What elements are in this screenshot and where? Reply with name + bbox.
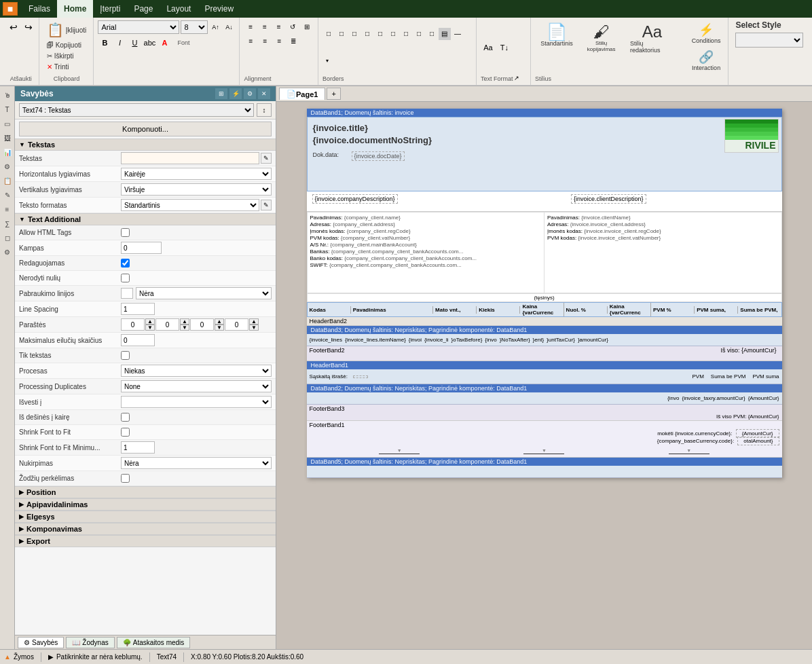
side-icon-3[interactable]: ▭ <box>1 117 14 130</box>
paste-button[interactable]: 📋 Įklijuoti <box>44 20 90 39</box>
border-line-btn[interactable]: — <box>451 28 464 40</box>
align-justify-button[interactable]: ≣ <box>287 35 300 47</box>
parastes-top-up[interactable]: ▲ <box>180 318 189 325</box>
border-btn-5[interactable]: □ <box>374 28 386 40</box>
canvas-scroll[interactable]: DataBand1; Duomenų šaltinis: invoice {in… <box>276 102 812 650</box>
textfmt-btn-2[interactable]: T↓ <box>497 40 512 55</box>
textformat-expand-icon[interactable]: ↗ <box>514 75 519 81</box>
menu-home[interactable]: Home <box>57 0 93 18</box>
side-icon-6[interactable]: ⚙ <box>1 160 14 172</box>
conditions-button[interactable]: ⚡ Conditions <box>688 20 724 46</box>
invoice-date-field[interactable]: {invoice.docDate} <box>352 151 405 161</box>
apipav-section-header[interactable]: ▶ Apipavidalinimas <box>15 498 276 511</box>
invoice-docno-field[interactable]: {invoice.documentNoString} <box>313 135 432 145</box>
select-style-dropdown[interactable] <box>735 33 803 48</box>
menu-page[interactable]: Page <box>127 0 160 18</box>
prop-parastes-left[interactable] <box>121 318 145 331</box>
border-expand-btn[interactable]: ▾ <box>322 55 332 67</box>
tekstas-section-header[interactable]: ▼ Tekstas <box>15 139 276 151</box>
cut-button[interactable]: ✂ Iškirpti <box>44 51 77 61</box>
elgesys-section-header[interactable]: ▶ Elgesys <box>15 511 276 523</box>
font-name-select[interactable]: Arial <box>98 20 179 34</box>
parastes-top-down[interactable]: ▼ <box>180 325 189 331</box>
strikethrough-button[interactable]: abc <box>143 36 156 50</box>
increase-font-button[interactable]: A↑ <box>209 20 221 34</box>
align-center-button[interactable]: ≡ <box>258 20 272 33</box>
bottom-tab-savybes[interactable]: ⚙ Savybės <box>18 637 64 648</box>
position-section-header[interactable]: ▶ Position <box>15 486 276 498</box>
standartinis-button[interactable]: 📄 Standartinis <box>535 20 578 74</box>
parastes-right-down[interactable]: ▼ <box>215 325 224 331</box>
side-icon-4[interactable]: 🖼 <box>1 132 14 144</box>
underline-button[interactable]: U <box>128 36 141 50</box>
prop-parastes-bottom[interactable] <box>225 318 248 331</box>
border-btn-2[interactable]: □ <box>335 28 348 40</box>
distribute-button[interactable]: ⊞ <box>300 20 314 33</box>
align-bottom-right-button[interactable]: ≡ <box>272 35 286 47</box>
prop-parastes-right[interactable] <box>190 318 214 331</box>
client-desc-field[interactable]: {invoice.clientDescription} <box>571 194 646 204</box>
border-btn-4[interactable]: □ <box>361 28 373 40</box>
menu-layout[interactable]: Layout <box>160 0 198 18</box>
side-icon-12[interactable]: ⚙ <box>1 246 14 258</box>
decrease-font-button[interactable]: A↓ <box>223 20 235 34</box>
bottom-tab-zodynas[interactable]: 📖 Žodynas <box>66 637 114 648</box>
parastes-right-up[interactable]: ▲ <box>215 318 224 325</box>
copy-button[interactable]: 🗐 Kopijuoti <box>44 40 84 50</box>
tab-add-button[interactable]: + <box>327 88 340 100</box>
company-desc-field[interactable]: {invoice.companyDescription} <box>312 194 398 204</box>
parastes-bottom-down[interactable]: ▼ <box>249 325 259 331</box>
stiliu-redaktorius-button[interactable]: Aa Stilių redaktorius <box>624 20 680 74</box>
prop-redaguojamas-checkbox[interactable] <box>121 259 130 268</box>
align-left-button[interactable]: ≡ <box>244 20 257 33</box>
side-icon-7[interactable]: 📋 <box>1 174 14 187</box>
side-icon-11[interactable]: ◻ <box>1 232 14 244</box>
prop-horiz-dropdown[interactable]: Kairėje <box>121 168 272 180</box>
prop-shrinkfontmin-input[interactable] <box>121 441 155 454</box>
prop-tekstas-edit-btn[interactable]: ✎ <box>261 153 272 164</box>
invoice-title-field[interactable]: {invoice.title} <box>313 123 369 133</box>
bottom-tab-ataskaitos[interactable]: 🌳 Ataskaitos medis <box>117 637 191 648</box>
border-btn-3[interactable]: □ <box>348 28 361 40</box>
bold-button[interactable]: B <box>98 36 111 50</box>
parastes-left-down[interactable]: ▼ <box>145 325 155 331</box>
italic-button[interactable]: I <box>113 36 126 50</box>
tab-page1[interactable]: 📄 Page1 <box>279 88 325 100</box>
align-bottom-center-button[interactable]: ≡ <box>258 35 272 47</box>
undo-button[interactable]: ↩ <box>7 20 20 34</box>
prop-nerodyti-checkbox[interactable] <box>121 274 130 282</box>
redo-button[interactable]: ↪ <box>22 20 35 34</box>
text-additional-section-header[interactable]: ▼ Text Additional <box>15 213 276 225</box>
stiliu-kopijavimas-button[interactable]: 🖌 Stilių kopijavimas <box>581 20 621 74</box>
delete-button[interactable]: ✕ Trinti <box>44 62 72 72</box>
prop-zodziu-checkbox[interactable] <box>121 474 130 483</box>
parastes-left-up[interactable]: ▲ <box>145 318 155 325</box>
prop-tiktekstas-checkbox[interactable] <box>121 351 130 360</box>
component-sort-button[interactable]: ↕ <box>257 103 272 117</box>
side-icon-2[interactable]: T <box>1 103 14 115</box>
prop-pabraukimo-dropdown[interactable]: Nėra <box>136 287 272 299</box>
status-check-section[interactable]: ▶ Patikrinkite ar nėra keblumų. <box>48 653 143 661</box>
font-size-select[interactable]: 8 <box>181 20 208 34</box>
prop-isvesti-dropdown[interactable] <box>121 396 272 408</box>
properties-close-btn[interactable]: ✕ <box>258 88 270 99</box>
prop-procesas-dropdown[interactable]: Niekas <box>121 365 272 377</box>
properties-settings-btn[interactable]: ⚙ <box>244 88 256 99</box>
prop-teksto-formatas-dropdown[interactable]: Standartinis <box>121 199 259 211</box>
border-btn-8[interactable]: □ <box>413 28 425 40</box>
border-btn-1[interactable]: □ <box>322 28 335 40</box>
prop-nukirpimas-dropdown[interactable]: Nėra <box>121 457 272 469</box>
side-icon-9[interactable]: ≡ <box>1 203 14 215</box>
align-bottom-left-button[interactable]: ≡ <box>244 35 257 47</box>
komponavimas-section-header[interactable]: ▶ Komponavimas <box>15 523 276 535</box>
textfmt-btn-1[interactable]: Aa <box>481 40 496 55</box>
border-btn-7[interactable]: □ <box>400 28 412 40</box>
prop-kampas-input[interactable] <box>121 242 162 254</box>
side-icon-10[interactable]: ∑ <box>1 217 14 229</box>
border-btn-6[interactable]: □ <box>387 28 399 40</box>
properties-view-btn[interactable]: ⊞ <box>215 88 227 99</box>
prop-allowhtml-checkbox[interactable] <box>121 228 130 237</box>
side-icon-1[interactable]: 🖱 <box>1 89 14 101</box>
parastes-bottom-up[interactable]: ▲ <box>249 318 259 325</box>
interaction-button[interactable]: 🔗 Interaction <box>688 48 724 73</box>
